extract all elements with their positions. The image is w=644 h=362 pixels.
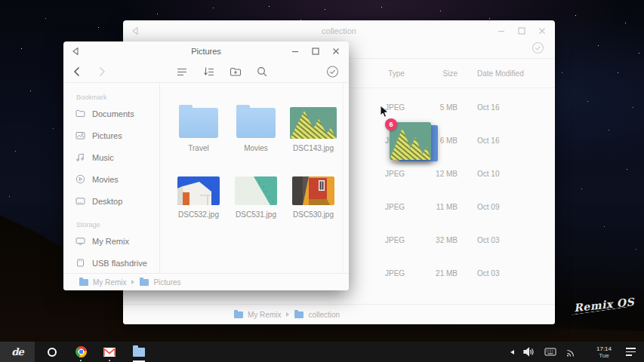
breadcrumb: My Remix Pictures xyxy=(63,273,349,290)
chrome-icon xyxy=(75,346,87,357)
sidebar-section-bookmark: Bookmark xyxy=(76,94,159,101)
new-folder-icon[interactable] xyxy=(230,66,242,76)
sidebar-item-pictures[interactable]: Pictures xyxy=(63,124,159,146)
clock[interactable]: 17:14 Tue xyxy=(593,345,615,359)
maximize-button[interactable] xyxy=(312,48,319,55)
folder-icon xyxy=(79,279,88,286)
select-check-icon[interactable] xyxy=(326,65,339,78)
tray-expand-icon[interactable] xyxy=(510,350,514,354)
remix-start-icon: de xyxy=(11,346,23,357)
menu-icon[interactable] xyxy=(626,348,636,356)
image-thumbnail xyxy=(235,176,277,205)
file-item-dsc530[interactable]: DSC530.jpg xyxy=(285,158,342,219)
sidebar-item-movies[interactable]: Movies xyxy=(63,168,159,190)
scrollbar-track[interactable] xyxy=(343,83,344,273)
file-item-movies[interactable]: Movies xyxy=(227,92,285,152)
pictures-toolbar xyxy=(63,60,349,83)
sort-list-icon[interactable] xyxy=(203,66,214,76)
breadcrumb-item-root[interactable]: My Remix xyxy=(234,311,281,319)
folder-thumbnail xyxy=(179,108,218,138)
folder-icon xyxy=(294,311,304,318)
sidebar-item-my-remix[interactable]: My Remix xyxy=(63,230,159,252)
column-header-size[interactable]: Size xyxy=(416,69,458,78)
sidebar-item-usb-flashdrive[interactable]: USB flashdrive xyxy=(63,252,159,274)
close-button[interactable] xyxy=(332,48,340,55)
clock-day: Tue xyxy=(593,352,615,359)
breadcrumb-item-current[interactable]: collection xyxy=(294,311,340,319)
chrome-taskbar-button[interactable] xyxy=(73,342,88,362)
volume-icon[interactable] xyxy=(523,347,535,357)
close-button[interactable] xyxy=(538,27,546,35)
music-icon xyxy=(75,152,85,162)
clock-time: 17:14 xyxy=(593,345,615,352)
desktop-icon xyxy=(75,196,85,206)
column-header-type[interactable]: Type xyxy=(381,69,411,78)
collection-titlebar: collection xyxy=(123,20,555,41)
remix-start-button[interactable]: de xyxy=(0,342,35,362)
breadcrumb: My Remix collection xyxy=(123,304,555,324)
folder-icon xyxy=(140,279,149,286)
android-back-icon[interactable] xyxy=(131,27,139,35)
gmail-taskbar-button[interactable] xyxy=(102,342,117,362)
select-check-icon[interactable] xyxy=(532,41,544,57)
list-view-icon[interactable] xyxy=(177,66,188,76)
minimize-button[interactable] xyxy=(291,48,299,55)
maximize-button[interactable] xyxy=(518,27,525,35)
taskbar: de xyxy=(0,342,644,362)
folder-icon xyxy=(75,109,85,118)
sidebar-item-documents[interactable]: Documents xyxy=(63,103,159,124)
nav-forward-icon[interactable] xyxy=(99,66,106,76)
cursor-icon xyxy=(380,105,390,121)
pictures-window: Pictures xyxy=(63,41,349,290)
pictures-titlebar: Pictures xyxy=(63,41,349,60)
file-item-travel[interactable]: Travel xyxy=(170,92,227,152)
sidebar-section-storage: Storage xyxy=(76,221,159,229)
column-header-date[interactable]: Date Modified xyxy=(477,69,524,78)
breadcrumb-item-root[interactable]: My Remix xyxy=(79,278,126,287)
image-thumbnail xyxy=(177,176,220,205)
images-icon xyxy=(75,130,85,140)
files-icon xyxy=(133,348,145,357)
breadcrumb-item-current[interactable]: Pictures xyxy=(140,278,180,287)
folder-thumbnail xyxy=(236,108,276,138)
image-thumbnail xyxy=(290,107,337,139)
file-item-dsc531[interactable]: DSC531.jpg xyxy=(227,158,285,219)
chevron-right-icon xyxy=(131,280,134,284)
android-back-icon[interactable] xyxy=(72,47,79,55)
usb-icon xyxy=(75,258,85,268)
window-title: Pictures xyxy=(191,47,221,56)
keyboard-icon[interactable] xyxy=(544,348,556,356)
window-title: collection xyxy=(322,26,356,35)
sidebar-item-desktop[interactable]: Desktop xyxy=(63,190,159,212)
search-icon[interactable] xyxy=(257,66,267,77)
chevron-right-icon xyxy=(286,312,289,317)
nav-back-icon[interactable] xyxy=(73,66,80,76)
file-grid: Travel Movies DSC143.jpg xyxy=(160,83,349,273)
minimize-button[interactable] xyxy=(498,27,505,35)
launcher-circle-icon xyxy=(48,348,57,357)
sidebar-item-music[interactable]: Music xyxy=(63,146,159,168)
wallpaper-stars xyxy=(0,0,1,1)
desktop: Remix OS collection Type Size Date Modif… xyxy=(0,0,644,362)
image-thumbnail xyxy=(292,176,334,205)
sidebar: Bookmark Documents Pictures Music Movies xyxy=(63,83,160,273)
file-item-dsc532[interactable]: DSC532.jpg xyxy=(170,158,227,219)
network-icon[interactable] xyxy=(566,348,576,357)
gmail-icon xyxy=(103,348,116,357)
movies-icon xyxy=(75,174,85,184)
computer-icon xyxy=(75,236,85,246)
file-manager-taskbar-button[interactable] xyxy=(131,342,146,362)
drag-ghost[interactable]: 6 xyxy=(388,117,439,165)
folder-icon xyxy=(234,311,243,318)
file-item-dsc143[interactable]: DSC143.jpg xyxy=(285,92,342,152)
app-launcher-button[interactable] xyxy=(45,342,60,362)
